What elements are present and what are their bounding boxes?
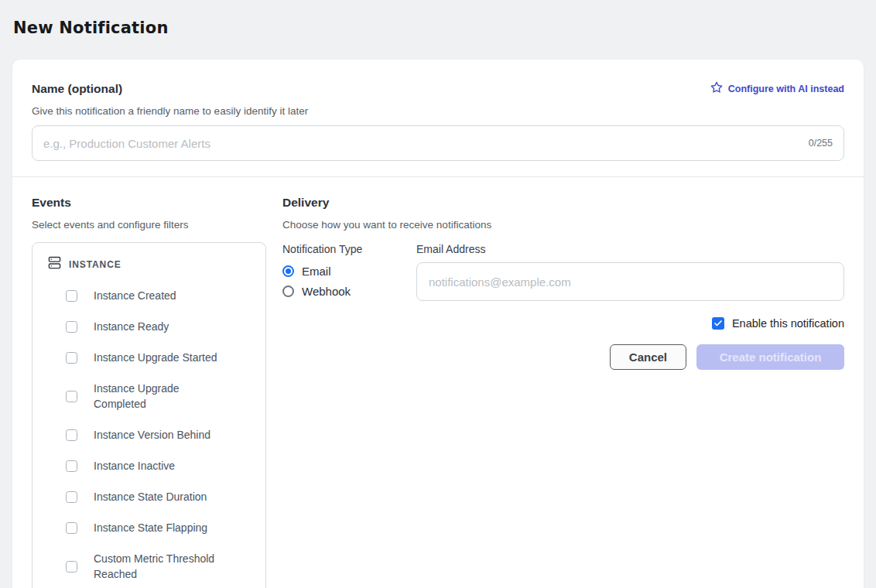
delivery-section: Delivery Choose how you want to receive … xyxy=(282,196,844,588)
event-checkbox-instance-ready[interactable]: Instance Ready xyxy=(66,319,253,334)
configure-with-ai-label: Configure with AI instead xyxy=(728,84,844,94)
radio-unselected-icon[interactable] xyxy=(282,285,294,297)
notification-type-label: Notification Type xyxy=(282,243,416,255)
events-title: Events xyxy=(32,196,266,210)
name-section-header: Name (optional) Configure with AI instea… xyxy=(32,60,844,96)
enable-notification-toggle[interactable]: Enable this notification xyxy=(282,317,844,330)
checkbox-unchecked-icon[interactable] xyxy=(66,561,77,573)
radio-webhook[interactable]: Webhook xyxy=(282,285,416,298)
char-counter: 0/255 xyxy=(809,138,833,149)
checkbox-unchecked-icon[interactable] xyxy=(66,460,77,472)
checkbox-unchecked-icon[interactable] xyxy=(66,491,77,503)
event-checkbox-instance-created[interactable]: Instance Created xyxy=(66,288,253,303)
name-label: Name (optional) xyxy=(32,82,122,96)
delivery-subtitle: Choose how you want to receive notificat… xyxy=(282,219,844,231)
checkbox-unchecked-icon[interactable] xyxy=(66,321,77,333)
event-checkbox-instance-state-duration[interactable]: Instance State Duration xyxy=(66,489,253,504)
email-address-label: Email Address xyxy=(416,243,844,255)
event-checkbox-instance-upgrade-started[interactable]: Instance Upgrade Started xyxy=(66,350,253,365)
event-group-label: INSTANCE xyxy=(69,259,121,270)
checkbox-unchecked-icon[interactable] xyxy=(66,391,77,402)
checkbox-unchecked-icon[interactable] xyxy=(66,352,77,364)
configure-with-ai-link[interactable]: Configure with AI instead xyxy=(710,81,844,96)
events-list: INSTANCE Instance Created Instance Ready… xyxy=(32,242,266,588)
event-checkbox-instance-inactive[interactable]: Instance Inactive xyxy=(66,458,253,473)
event-group-instance: INSTANCE xyxy=(45,256,253,272)
checkbox-unchecked-icon[interactable] xyxy=(66,429,77,441)
email-input[interactable] xyxy=(416,262,844,301)
notification-form-card: Name (optional) Configure with AI instea… xyxy=(12,60,864,588)
checkbox-checked-icon[interactable] xyxy=(712,317,724,330)
event-checkbox-custom-metric-threshold[interactable]: Custom Metric Threshold Reached xyxy=(66,551,253,582)
checkbox-unchecked-icon[interactable] xyxy=(66,522,77,534)
event-checkbox-instance-version-behind[interactable]: Instance Version Behind xyxy=(66,427,253,443)
star-icon xyxy=(710,81,723,96)
name-description: Give this notification a friendly name t… xyxy=(32,105,844,117)
events-subtitle: Select events and configure filters xyxy=(32,219,266,231)
event-checkbox-instance-upgrade-completed[interactable]: Instance Upgrade Completed xyxy=(66,381,253,412)
name-input[interactable] xyxy=(43,137,801,150)
radio-selected-icon[interactable] xyxy=(282,265,294,277)
event-checkbox-instance-state-flapping[interactable]: Instance State Flapping xyxy=(66,520,253,535)
radio-email[interactable]: Email xyxy=(282,265,416,278)
server-icon xyxy=(48,256,61,272)
delivery-title: Delivery xyxy=(282,196,844,210)
events-section: Events Select events and configure filte… xyxy=(32,196,266,588)
cancel-button[interactable]: Cancel xyxy=(610,344,686,370)
create-notification-button[interactable]: Create notification xyxy=(696,344,844,370)
name-input-container: 0/255 xyxy=(32,125,844,161)
checkbox-unchecked-icon[interactable] xyxy=(66,290,77,302)
page-title: New Notification xyxy=(13,17,876,39)
